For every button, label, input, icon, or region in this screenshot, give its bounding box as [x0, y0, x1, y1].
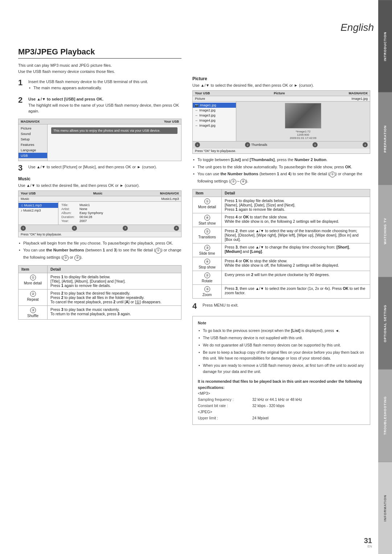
pic-circle-slide: ③ [204, 245, 210, 251]
page-en: EN [367, 545, 372, 548]
pic-detail-cell-slide: Press 3, then use ▲/▼ to change the disp… [222, 243, 370, 257]
circle-icon-1: ① [30, 275, 36, 280]
footer-picture-btn-3: 3 [313, 142, 318, 147]
table-row: ③ Zoom Press 3, then use ▲/▼ to select t… [193, 284, 370, 298]
picture-subheader: Picture Image1.jpg [193, 96, 370, 102]
menu-item-language: Language [19, 147, 47, 153]
pic-circle-4: ④ [204, 215, 210, 221]
page-container: INTRODUCTION PREPARATION WATCHING TV OPT… [0, 0, 392, 554]
side-tab-preparation: PREPARATION [378, 93, 392, 185]
item-cell-1: ① More detail [19, 273, 48, 289]
circle-p2: 2 [245, 142, 250, 147]
note-title: Note [198, 320, 365, 326]
pic-item-cell-stop: ④ Stop show [193, 257, 222, 271]
page-title: MP3/JPEG Playback [18, 47, 181, 59]
side-tab-information: INFORMATION [378, 462, 392, 554]
picture-icon-1: 📷 [195, 104, 199, 107]
page-number: 31 [364, 537, 372, 545]
music-detail-album: Album: Easy Symphony [61, 211, 178, 215]
picture-category: Picture [274, 91, 285, 95]
table-header-item: Item [19, 265, 48, 273]
circle-3: 3 [123, 226, 128, 231]
music-your-usb: Your USB [21, 192, 36, 195]
music-subheader: Music Music1.mp3 [19, 196, 181, 202]
circle-num-3: ③ [74, 255, 80, 261]
circle-2: 2 [72, 226, 77, 231]
circle-p4: 4 [363, 142, 368, 147]
step-1-number: 1 [18, 79, 23, 87]
picture-your-usb: Your USB [195, 91, 210, 95]
pic-item-label-zoom: Zoom [203, 293, 212, 297]
screen-brand: MAGNAVOX [21, 120, 40, 123]
music-sub-file: Music1.mp3 [161, 197, 179, 201]
circle-p3: 3 [313, 142, 318, 147]
screen-usb-label: Your USB [164, 120, 179, 123]
pic-detail-cell-rotate: Every press on 2 will turn the picture c… [222, 271, 370, 284]
note-bullet-5: When you are ready to remove a USB flash… [198, 362, 365, 375]
circle-pd-4: ④ [240, 179, 246, 185]
table-row: ④ Start show Press 4 or OK to start the … [193, 213, 370, 227]
specs-jpeg-upper: Upper limit : 24 Mpixel [198, 415, 365, 421]
step-2-text-normal: The highlight will move to the name of y… [28, 103, 179, 114]
picture-brand: MAGNAVOX [349, 91, 368, 95]
table-row: ② Transitions Press 2, then use ▲/▼ to s… [193, 227, 370, 243]
item-label-repeat: Repeat [27, 297, 38, 301]
specs-jpeg-upper-value: 24 Mpixel [252, 415, 269, 421]
step-3-text: Use ▲/▼ to select [Picture] or [Music], … [28, 165, 157, 169]
thumbnail-label: Thumbnails [251, 143, 267, 147]
picture-screen-header: Your USB Picture MAGNAVOX [193, 91, 370, 96]
screen-body: Picture Sound Setup Features Language US… [19, 124, 181, 161]
specs-mp3-bitrate: Constant bit rate : 32 kbps - 320 kbps [198, 403, 365, 409]
music-detail-title: Title: Music1 [61, 203, 178, 207]
circle-num-2: ② [63, 255, 69, 261]
table-row: ① More detail Press 1 to display file de… [193, 197, 370, 213]
screen-menu: Picture Sound Setup Features Language US… [19, 124, 48, 161]
note-bullet-1: To go back to the previous screen (excep… [198, 328, 365, 334]
menu-item-features: Features [19, 142, 47, 147]
pic-item-label-rotate: Rotate [202, 279, 212, 283]
pic-item-cell-4: ④ Start show [193, 213, 222, 227]
menu-item-setup: Setup [19, 136, 47, 142]
step-3-number: 3 [18, 164, 23, 172]
music-detail-year: Year: 2007 [61, 219, 178, 223]
music-section-text: Use ▲/▼ to select the desired file, and … [18, 183, 181, 188]
pic-detail-cell-stop: Press 4 or OK to stop the slide show.Whi… [222, 257, 370, 271]
picture-bullet-2: The unit goes to the slide show automati… [192, 164, 370, 170]
picture-sub-cat: Picture [195, 97, 205, 100]
step-1-text: Insert the USB flash memory device to th… [28, 79, 148, 84]
pic-circle-1: ① [204, 198, 210, 204]
music-list: ♫ Music1.mp3 ♪ Music2.mp3 [19, 202, 58, 225]
step-2-text-bold: Use ▲/▼ to select [USB] and press OK. [28, 97, 103, 101]
note-box: Note To go back to the previous screen (… [192, 316, 370, 425]
circle-num-1: ① [155, 248, 161, 254]
step-3: 3 Use ▲/▼ to select [Picture] or [Music]… [18, 164, 181, 172]
pic-table-header-detail: Detail [222, 189, 370, 197]
circle-icon-shuffle: ③ [30, 307, 36, 313]
specs-mp3-sampling-value: 32 kHz or 44.1 kHz or 48 kHz [252, 397, 302, 403]
table-row: ③ Shuffle Press 3 to play back the music… [19, 305, 181, 319]
music-item-1: ♫ Music1.mp3 [19, 203, 58, 208]
pic-circle-trans: ② [204, 229, 210, 234]
picture-bullet-3: You can use the Number buttons (between … [192, 171, 370, 185]
pic-circle-stop: ④ [204, 259, 210, 264]
music-bullet-2: You can use the Number buttons (between … [18, 247, 181, 262]
music-category: Music [93, 192, 103, 195]
pic-circle-rotate: ② [204, 272, 210, 278]
pic-item-cell-slide: ③ Slide time [193, 243, 222, 257]
intro-line1: This unit can play MP3 music and JPEG pi… [18, 63, 112, 67]
footer-btn-4: 4 [174, 226, 179, 231]
step-1-bullet: The main menu appears automatically. [28, 85, 181, 91]
specs-mp3-label: <MP3> [198, 390, 365, 397]
specs-mp3-sampling: Sampling frequency : 32 kHz or 44.1 kHz … [198, 397, 365, 403]
picture-item-1: 📷 Image1.jpg [193, 103, 236, 108]
circle-pd-1: ① [330, 172, 335, 177]
pic-item-cell-transitions: ② Transitions [193, 227, 222, 243]
detail-cell-repeat: Press 2 to play back the desired file re… [48, 289, 181, 305]
step-1-content: Insert the USB flash memory device to th… [28, 79, 181, 91]
preview-info: *Image1:72 1206:900 2009:01:01 17:42:09 [290, 130, 316, 140]
table-row: ③ Slide time Press 3, then use ▲/▼ to ch… [193, 243, 370, 257]
table-row: ① More detail Press 1 to display file de… [19, 273, 181, 289]
side-tab-troubleshooting: TROUBLESHOOTING [378, 369, 392, 462]
footer-picture-btn-2: 2 Thumbnails [245, 142, 267, 147]
picture-screen-footer: 1 2 Thumbnails 3 4 [193, 141, 370, 148]
